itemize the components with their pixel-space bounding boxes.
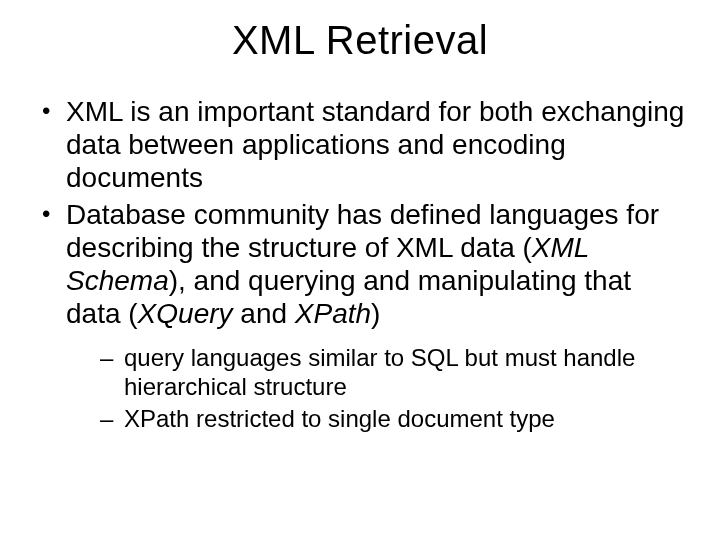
sub-bullet-text: query languages similar to SQL but must … [124,344,635,399]
bullet-list: XML is an important standard for both ex… [36,95,690,433]
sub-bullet-list: query languages similar to SQL but must … [100,344,690,433]
bullet-item: Database community has defined languages… [36,198,690,433]
slide-title: XML Retrieval [30,18,690,63]
bullet-item: XML is an important standard for both ex… [36,95,690,194]
sub-bullet-text: XPath restricted to single document type [124,405,555,432]
sub-bullet-item: XPath restricted to single document type [100,405,690,433]
bullet-text: XML is an important standard for both ex… [66,96,684,193]
sub-bullet-item: query languages similar to SQL but must … [100,344,690,401]
slide: XML Retrieval XML is an important standa… [0,0,720,540]
bullet-text: Database community has defined languages… [66,199,659,329]
